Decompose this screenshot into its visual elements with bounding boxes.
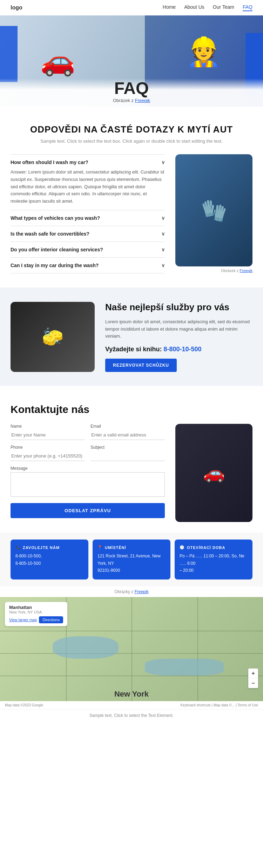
info-card-hours-title: 🕐 OTEVÍRACÍ DOBA <box>180 545 248 550</box>
map-widget-sub: New York, NY USA <box>9 610 63 614</box>
services-image <box>11 302 95 372</box>
nav-about[interactable]: About Us <box>184 4 204 11</box>
info-card-location-content: 121 Rock Street, 21 Avenue, New York, NY… <box>97 552 166 574</box>
faq-chevron-3: ∨ <box>161 231 165 237</box>
hero-section: FAQ Obrázek z Freepik <box>0 15 263 107</box>
faq-answer-1: Answer: Lorem ipsum dolor sit amet, cons… <box>11 169 165 205</box>
faq-question-5[interactable]: Can I stay in my car during the wash? ∨ <box>11 263 165 268</box>
nav-faq[interactable]: FAQ <box>243 4 252 11</box>
form-group-message: Message <box>11 466 165 498</box>
faq-item-3: Is the wash safe for convertibles? ∨ <box>11 226 165 242</box>
location-icon: 📍 <box>97 545 103 550</box>
info-card-location: 📍 UMÍSTĚNÍ 121 Rock Street, 21 Avenue, N… <box>93 540 170 579</box>
email-label: Email <box>90 424 165 429</box>
map-directions-button[interactable]: Directions <box>39 616 63 623</box>
phone-icon: 📞 <box>15 545 21 550</box>
services-phone-label: Vyžadejte si knihu: <box>105 346 162 353</box>
faq-heading: ODPOVĚDI NA ČASTÉ DOTAZY K MYTÍ AUT <box>11 124 252 135</box>
form-row-name-email: Name Email <box>11 424 165 440</box>
form-group-name: Name <box>11 424 85 440</box>
faq-q4-text: Do you offer interior cleaning services? <box>11 247 103 252</box>
map-attribution: Map data ©2023 Google <box>5 703 43 707</box>
faq-question-1[interactable]: How often should I wash my car? ∨ <box>11 160 165 165</box>
message-textarea[interactable] <box>11 472 165 497</box>
logo: logo <box>11 5 22 11</box>
faq-chevron-2: ∨ <box>161 215 165 221</box>
info-caption: Obrázky z Freepik <box>0 586 263 597</box>
services-phone-number[interactable]: 8-800-10-500 <box>163 346 201 353</box>
info-card-phone-content: 8-800-10-500, 8-805-10-500 <box>15 552 83 567</box>
faq-item-5: Can I stay in my car during the wash? ∨ <box>11 257 165 273</box>
contact-form: Name Email Phone Subject <box>11 424 165 522</box>
map-directions-row: View larger map Directions <box>9 616 63 623</box>
contact-heading: Kontaktujte nás <box>11 404 252 415</box>
services-section: Naše nejlepší služby pro vás Lorem ipsum… <box>0 287 263 386</box>
faq-content: How often should I wash my car? ∨ Answer… <box>11 154 252 273</box>
submit-button[interactable]: ODESLAT ZPRÁVU <box>11 503 165 518</box>
info-card-hours: 🕐 OTEVÍRACÍ DOBA Po – Pá ….. 11:00 – 20:… <box>175 540 252 579</box>
book-button[interactable]: REZERVOVAT SCHŮZKU <box>105 359 177 372</box>
name-input[interactable] <box>11 430 85 440</box>
faq-q2-text: What types of vehicles can you wash? <box>11 215 100 221</box>
faq-question-3[interactable]: Is the wash safe for convertibles? ∨ <box>11 231 165 237</box>
hero-freepik-link[interactable]: Freepik <box>135 98 150 103</box>
faq-item-1: How often should I wash my car? ∨ Answer… <box>11 154 165 210</box>
map-section: Manhattan New York, NY USA View larger m… <box>0 597 263 709</box>
form-group-subject: Subject <box>90 445 165 461</box>
faq-section: ODPOVĚDI NA ČASTÉ DOTAZY K MYTÍ AUT Samp… <box>0 107 263 287</box>
faq-question-2[interactable]: What types of vehicles can you wash? ∨ <box>11 215 165 221</box>
map-widget: Manhattan New York, NY USA View larger m… <box>5 602 67 626</box>
phone-label: Phone <box>11 445 85 450</box>
services-text: Naše nejlepší služby pro vás Lorem ipsum… <box>95 301 252 372</box>
info-cards-section: 📞 ZAVOLEJTE NÁM 8-800-10-500, 8-805-10-5… <box>0 533 263 586</box>
hero-title-box: FAQ Obrázek z Freepik <box>0 79 263 107</box>
info-card-phone: 📞 ZAVOLEJTE NÁM 8-800-10-500, 8-805-10-5… <box>11 540 88 579</box>
faq-freepik-link[interactable]: Freepik <box>240 269 252 273</box>
services-body: Lorem ipsum dolor sit amet, consectetur … <box>105 318 252 340</box>
hero-accent-left <box>0 26 18 82</box>
faq-question-4[interactable]: Do you offer interior cleaning services?… <box>11 247 165 252</box>
faq-chevron-5: ∨ <box>161 263 165 268</box>
services-phone: Vyžadejte si knihu: 8-800-10-500 <box>105 346 252 353</box>
map-zoom-in[interactable]: + <box>248 669 258 678</box>
nav-team[interactable]: Our Team <box>213 4 234 11</box>
navigation: logo Home About Us Our Team FAQ <box>0 0 263 15</box>
contact-inner: Name Email Phone Subject <box>11 424 252 522</box>
faq-accordion: How often should I wash my car? ∨ Answer… <box>11 154 165 273</box>
nav-home[interactable]: Home <box>163 4 176 11</box>
form-group-email: Email <box>90 424 165 440</box>
form-group-phone: Phone <box>11 445 85 461</box>
map-zoom-out[interactable]: − <box>248 678 258 688</box>
email-input[interactable] <box>90 430 165 440</box>
info-card-hours-content: Po – Pá ….. 11:00 – 20:00, So, Ne ….. 6:… <box>180 552 248 574</box>
info-freepik-link[interactable]: Freepik <box>135 589 149 594</box>
subject-input[interactable] <box>90 451 165 461</box>
faq-image-caption: Obrázek z Freepik <box>175 269 252 273</box>
subject-label: Subject <box>90 445 165 450</box>
form-row-phone-subject: Phone Subject <box>11 445 165 461</box>
faq-item-4: Do you offer interior cleaning services?… <box>11 242 165 257</box>
contact-image <box>175 424 252 522</box>
hero-title: FAQ <box>0 79 263 98</box>
map-widget-title: Manhattan <box>9 605 63 610</box>
services-heading: Naše nejlepší služby pro vás <box>105 301 252 313</box>
faq-q5-text: Can I stay in my car during the wash? <box>11 263 99 268</box>
faq-q1-text: How often should I wash my car? <box>11 160 88 165</box>
faq-item-2: What types of vehicles can you wash? ∨ <box>11 210 165 226</box>
message-label: Message <box>11 466 165 471</box>
info-card-phone-title: 📞 ZAVOLEJTE NÁM <box>15 545 83 550</box>
map-view-larger-link[interactable]: View larger map <box>9 618 37 622</box>
faq-subtitle: Sample text. Click to select the text bo… <box>11 138 252 144</box>
map-city-label: New York <box>114 690 149 699</box>
contact-section: Kontaktujte nás Name Email Phone <box>0 386 263 533</box>
sample-text-bar: Sample text. Click to select the Text El… <box>0 709 263 721</box>
nav-links: Home About Us Our Team FAQ <box>163 4 252 11</box>
map-bottom-bar: Map data ©2023 Google Keyboard shortcuts… <box>0 701 263 709</box>
map-terms: Keyboard shortcuts | Map data ©... | Ter… <box>181 703 258 707</box>
faq-side-image <box>175 154 252 266</box>
map-zoom-controls: + − <box>248 669 258 688</box>
phone-input[interactable] <box>11 451 85 461</box>
hero-subtitle: Obrázek z Freepik <box>0 98 263 103</box>
faq-q3-text: Is the wash safe for convertibles? <box>11 231 89 237</box>
faq-image-area: Obrázek z Freepik <box>175 154 252 273</box>
